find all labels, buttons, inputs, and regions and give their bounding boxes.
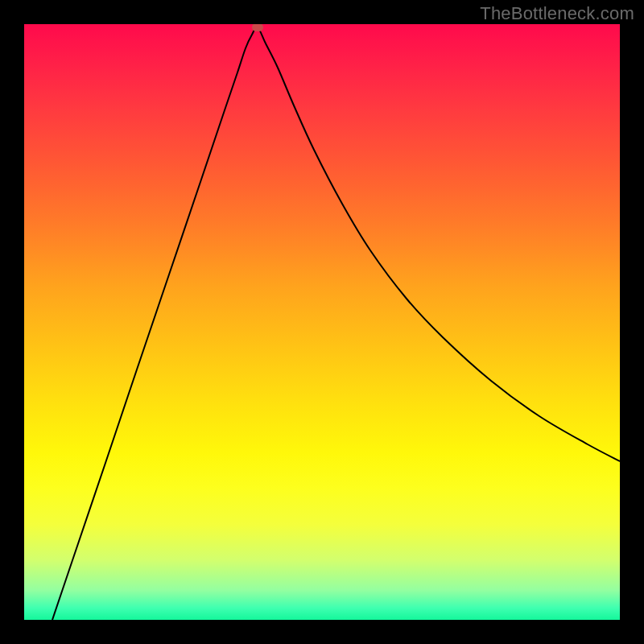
minimum-marker [252,24,263,31]
watermark-text: TheBottleneck.com [480,3,634,24]
plot-area [24,24,620,620]
bottleneck-curve [52,27,620,620]
figure-frame: TheBottleneck.com [0,0,644,644]
curve-layer [24,24,620,620]
